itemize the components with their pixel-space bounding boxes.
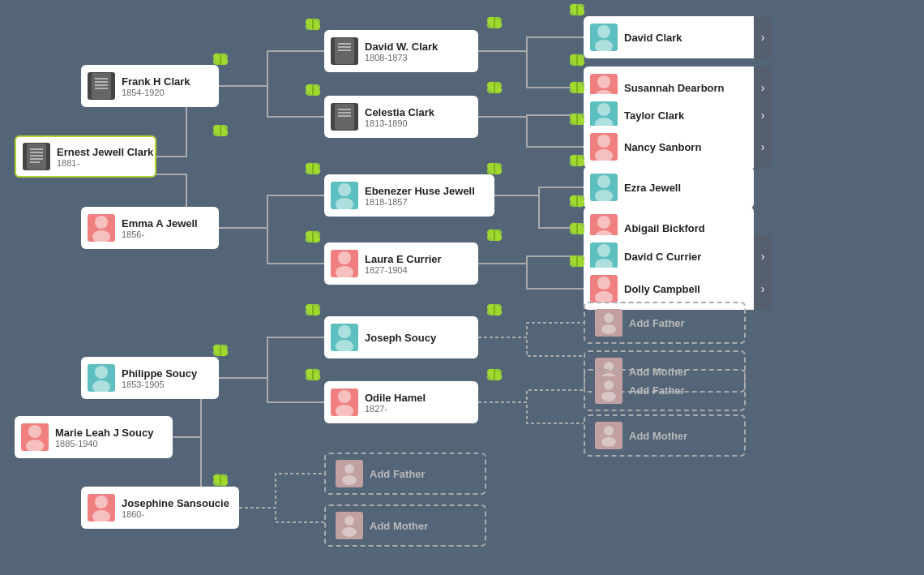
celestia-info: Celestia Clark 1813-1890 [365, 106, 434, 128]
philippe-card[interactable]: Philippe Soucy 1853-1905 [81, 357, 219, 399]
taylor-name: Taylor Clark [624, 109, 684, 122]
emma-avatar [88, 214, 115, 242]
svg-point-27 [597, 75, 610, 88]
svg-point-59 [344, 464, 354, 474]
add-joseph-father[interactable]: Add Father [584, 302, 746, 344]
ebenezer-avatar [331, 182, 358, 209]
svg-point-39 [597, 277, 610, 290]
svg-point-62 [342, 527, 357, 537]
davidclark-card[interactable]: David Clark [584, 16, 754, 58]
dolly-avatar [590, 275, 618, 303]
philippe-info: Philippe Soucy 1853-1905 [122, 367, 197, 389]
davidcurrier-avatar [590, 242, 618, 270]
add-odile-father-icon [595, 376, 622, 404]
odile-name: Odile Hamel [365, 392, 426, 404]
svg-point-61 [344, 516, 354, 526]
svg-point-35 [597, 216, 610, 229]
nancy-info: Nancy Sanborn [624, 141, 701, 153]
svg-rect-6 [92, 73, 111, 99]
add-josephine-father[interactable]: Add Father [324, 453, 486, 495]
dolly-name: Dolly Campbell [624, 283, 700, 295]
frank-avatar [88, 72, 115, 100]
laura-avatar [331, 250, 358, 277]
svg-point-49 [338, 390, 351, 403]
odile-card[interactable]: Odile Hamel 1827- [324, 381, 478, 423]
davidclark-arrow[interactable]: › [754, 16, 772, 58]
celestia-card[interactable]: Celestia Clark 1813-1890 [324, 96, 478, 138]
susannah-info: Susannah Dearborn [624, 82, 725, 94]
philippe-dates: 1853-1905 [122, 380, 197, 389]
add-josephine-mother-icon [336, 512, 363, 539]
marie-avatar [21, 423, 49, 451]
svg-point-60 [342, 475, 357, 485]
marie-card[interactable]: Marie Leah J Soucy 1885-1940 [15, 416, 173, 458]
laura-card[interactable]: Laura E Currier 1827-1904 [324, 242, 478, 285]
joseph-info: Joseph Soucy [365, 332, 436, 344]
emma-card[interactable]: Emma A Jewell 1856- [81, 207, 219, 249]
celestia-dates: 1813-1890 [365, 118, 434, 128]
davidcurrier-name: David C Currier [624, 251, 701, 263]
svg-point-33 [597, 175, 610, 188]
marie-dates: 1885-1940 [55, 439, 153, 448]
dolly-arrow[interactable]: › [754, 268, 772, 310]
laura-dates: 1827-1904 [365, 265, 442, 275]
svg-point-23 [338, 251, 351, 264]
emma-info: Emma A Jewell 1856- [122, 217, 198, 239]
davidclark-avatar [590, 24, 618, 51]
add-josephine-father-icon [336, 460, 363, 487]
frank-name: Frank H Clark [122, 75, 190, 88]
davidclark-name: David Clark [624, 32, 682, 44]
celestia-avatar [331, 103, 358, 131]
add-josephine-mother[interactable]: Add Mother [324, 504, 486, 547]
svg-point-47 [338, 325, 351, 338]
svg-point-48 [336, 340, 353, 351]
add-josephine-mother-label: Add Mother [370, 520, 428, 532]
svg-point-11 [95, 216, 108, 229]
ezra-info: Ezra Jewell [624, 182, 681, 194]
add-odile-mother[interactable]: Add Mother [584, 414, 746, 457]
josephine-name: Josephine Sansoucie [122, 497, 229, 509]
davidwclark-name: David W. Clark [365, 41, 438, 53]
ebenezer-info: Ebenezer Huse Jewell 1818-1857 [365, 185, 475, 207]
svg-point-50 [336, 405, 353, 416]
philippe-avatar [88, 364, 115, 392]
ernest-name: Ernest Jewell Clark [57, 146, 153, 158]
nancy-arrow[interactable]: › [754, 126, 772, 168]
svg-point-46 [92, 510, 110, 521]
marie-info: Marie Leah J Soucy 1885-1940 [55, 427, 153, 448]
svg-point-51 [604, 313, 614, 323]
abigail-name: Abigail Bickford [624, 222, 705, 234]
add-odile-mother-icon [595, 422, 622, 449]
svg-point-40 [595, 291, 613, 303]
add-odile-father[interactable]: Add Father [584, 369, 746, 411]
svg-point-34 [595, 190, 613, 201]
emma-name: Emma A Jewell [122, 217, 198, 230]
davidcurrier-info: David C Currier [624, 251, 701, 263]
ebenezer-card[interactable]: Ebenezer Huse Jewell 1818-1857 [324, 174, 494, 217]
ebenezer-dates: 1818-1857 [365, 197, 475, 207]
josephine-card[interactable]: Josephine Sansoucie 1860- [81, 487, 239, 529]
dolly-info: Dolly Campbell [624, 283, 700, 295]
svg-point-29 [597, 103, 610, 116]
josephine-avatar [88, 494, 115, 521]
ezra-card[interactable]: Ezra Jewell [584, 166, 754, 208]
frank-card[interactable]: Frank H Clark 1854-1920 [81, 65, 219, 107]
ernest-card[interactable]: Ernest Jewell Clark 1881- [15, 135, 156, 178]
emma-dates: 1856- [122, 230, 198, 239]
nancy-card[interactable]: Nancy Sanborn [584, 126, 754, 168]
abigail-info: Abigail Bickford [624, 222, 705, 234]
family-tree: Ernest Jewell Clark 1881- Frank H Clark … [0, 0, 924, 575]
marie-name: Marie Leah J Soucy [55, 427, 153, 439]
philippe-name: Philippe Soucy [122, 367, 197, 380]
svg-rect-0 [27, 144, 46, 169]
josephine-dates: 1860- [122, 509, 229, 519]
svg-rect-13 [335, 38, 354, 64]
laura-name: Laura E Currier [365, 253, 442, 265]
odile-dates: 1827- [365, 404, 426, 414]
davidwclark-card[interactable]: David W. Clark 1808-1873 [324, 30, 478, 72]
joseph-card[interactable]: Joseph Soucy [324, 316, 478, 358]
svg-point-31 [597, 135, 610, 148]
svg-point-63 [0, 0, 10, 8]
ebenezer-name: Ebenezer Huse Jewell [365, 185, 475, 197]
joseph-name: Joseph Soucy [365, 332, 436, 344]
